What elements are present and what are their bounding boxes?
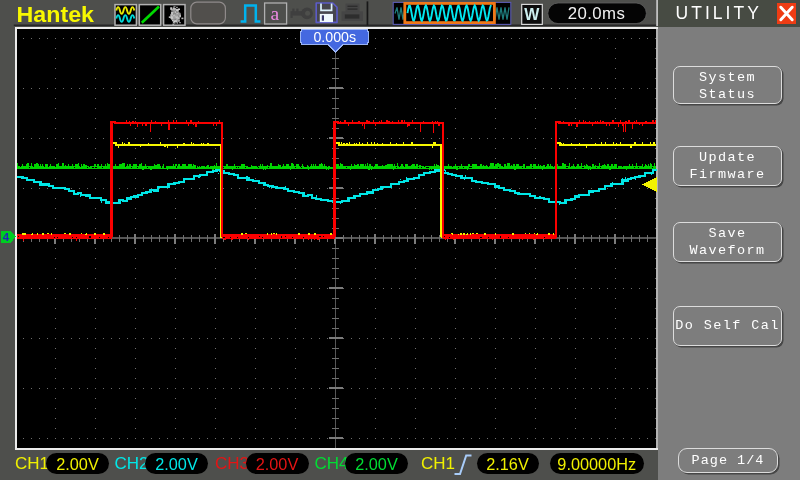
- svg-text:4: 4: [3, 231, 10, 243]
- svg-text:W: W: [524, 6, 540, 23]
- svg-text:Hantek: Hantek: [17, 2, 95, 26]
- svg-text:20.0ms: 20.0ms: [568, 4, 625, 23]
- svg-text:0.000s: 0.000s: [313, 29, 356, 45]
- svg-text:a: a: [271, 3, 280, 24]
